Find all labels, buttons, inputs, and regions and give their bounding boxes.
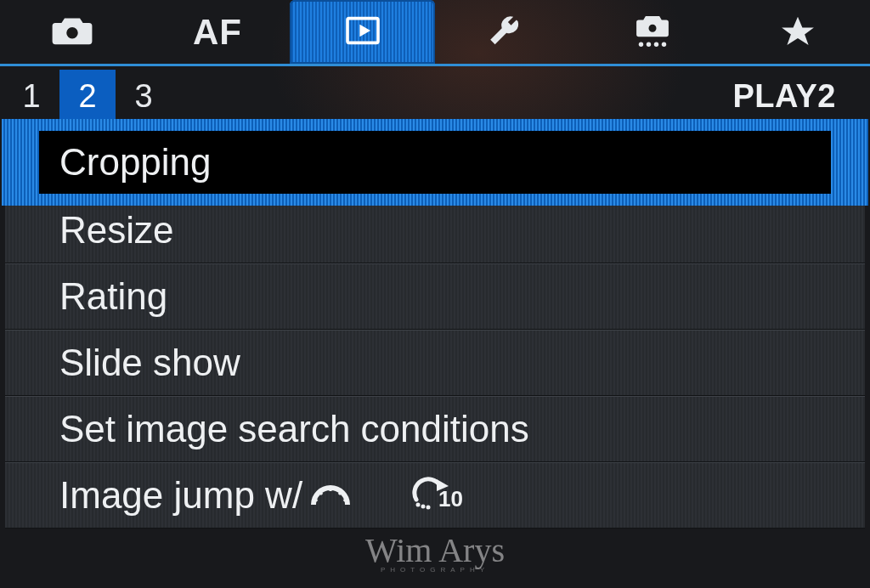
camera-dots-icon bbox=[630, 12, 675, 53]
watermark-sub: PHOTOGRAPHY bbox=[365, 568, 505, 573]
custom-fn-tab[interactable] bbox=[580, 0, 726, 64]
playback-tab[interactable] bbox=[290, 0, 435, 64]
menu-item-label: Rating bbox=[59, 275, 167, 318]
menu-item-rating[interactable]: Rating bbox=[5, 263, 865, 330]
svg-point-8 bbox=[654, 42, 658, 46]
page-2-tab[interactable]: 2 bbox=[59, 70, 116, 122]
top-tab-strip: AF bbox=[0, 0, 870, 66]
sub-tab-strip: 1 2 3 PLAY2 bbox=[0, 66, 870, 122]
svg-text:10: 10 bbox=[438, 486, 463, 512]
svg-point-18 bbox=[421, 505, 426, 509]
af-tab[interactable]: AF bbox=[145, 0, 291, 64]
svg-point-6 bbox=[639, 42, 643, 46]
svg-marker-3 bbox=[359, 24, 370, 36]
section-label: PLAY2 bbox=[733, 70, 864, 122]
watermark: Wim Arys PHOTOGRAPHY bbox=[365, 537, 505, 573]
svg-point-9 bbox=[662, 42, 666, 46]
shooting-tab[interactable] bbox=[0, 0, 145, 64]
menu-item-label: Set image search conditions bbox=[59, 408, 529, 450]
my-menu-tab[interactable] bbox=[725, 0, 870, 64]
svg-point-7 bbox=[647, 42, 651, 46]
menu-item-label: Image jump w/ bbox=[59, 474, 302, 517]
camera-menu-screen: AF bbox=[0, 0, 870, 588]
wrench-icon bbox=[484, 12, 530, 53]
main-dial-icon bbox=[311, 474, 350, 517]
svg-point-17 bbox=[416, 503, 421, 507]
watermark-name: Wim Arys bbox=[365, 531, 505, 569]
svg-point-19 bbox=[427, 506, 431, 510]
menu-item-cropping[interactable]: Cropping bbox=[5, 131, 865, 194]
menu-item-value: 10 bbox=[359, 471, 850, 520]
menu-item-image-jump[interactable]: Image jump w/ bbox=[5, 462, 865, 529]
svg-marker-10 bbox=[782, 16, 814, 44]
menu-item-label: Slide show bbox=[59, 342, 240, 384]
menu-item-slide-show[interactable]: Slide show bbox=[5, 330, 865, 396]
menu-list: Cropping Resize Rating Slide show Set im… bbox=[5, 131, 865, 529]
af-label: AF bbox=[193, 12, 242, 53]
star-icon bbox=[775, 12, 821, 53]
menu-item-resize[interactable]: Resize bbox=[5, 197, 865, 263]
jump10-icon: 10 bbox=[410, 471, 469, 520]
camera-icon bbox=[49, 12, 95, 53]
menu-item-label: Resize bbox=[59, 209, 174, 252]
play-icon bbox=[340, 12, 386, 53]
menu-item-label: Cropping bbox=[59, 141, 212, 184]
page-1-tab[interactable]: 1 bbox=[3, 70, 59, 122]
setup-tab[interactable] bbox=[435, 0, 580, 64]
menu-item-set-image-search-conditions[interactable]: Set image search conditions bbox=[5, 396, 865, 462]
page-3-tab[interactable]: 3 bbox=[116, 70, 172, 122]
